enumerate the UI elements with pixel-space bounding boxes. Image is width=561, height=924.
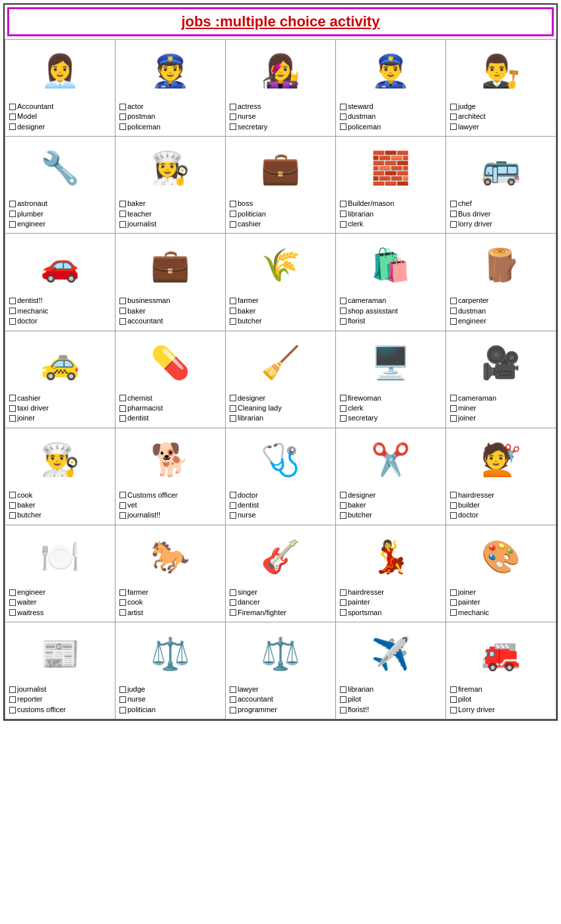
checkbox[interactable] [340, 415, 346, 422]
checkbox[interactable] [450, 589, 457, 596]
checkbox[interactable] [450, 707, 457, 713]
checkbox[interactable] [119, 221, 126, 228]
checkbox[interactable] [119, 211, 126, 217]
checkbox[interactable] [340, 502, 346, 509]
checkbox[interactable] [230, 707, 236, 713]
checkbox[interactable] [9, 502, 16, 509]
checkbox[interactable] [119, 686, 126, 693]
checkbox[interactable] [230, 502, 236, 509]
checkbox[interactable] [230, 492, 236, 498]
checkbox[interactable] [340, 686, 346, 693]
checkbox[interactable] [9, 696, 16, 703]
checkbox[interactable] [9, 686, 16, 693]
checkbox[interactable] [119, 123, 126, 130]
checkbox[interactable] [9, 599, 16, 606]
checkbox[interactable] [230, 201, 236, 207]
checkbox[interactable] [450, 298, 457, 304]
checkbox[interactable] [230, 123, 236, 130]
checkbox[interactable] [450, 405, 457, 412]
checkbox[interactable] [340, 211, 346, 217]
checkbox[interactable] [9, 415, 16, 422]
checkbox[interactable] [340, 123, 346, 130]
checkbox[interactable] [9, 589, 16, 596]
checkbox[interactable] [450, 492, 457, 498]
checkbox[interactable] [340, 492, 346, 498]
checkbox[interactable] [119, 492, 126, 498]
checkbox[interactable] [340, 114, 346, 120]
checkbox[interactable] [230, 589, 236, 596]
checkbox[interactable] [450, 395, 457, 401]
checkbox[interactable] [119, 696, 126, 703]
checkbox[interactable] [340, 395, 346, 401]
checkbox[interactable] [9, 318, 16, 325]
checkbox[interactable] [9, 707, 16, 713]
checkbox[interactable] [9, 609, 16, 616]
checkbox[interactable] [230, 211, 236, 217]
checkbox[interactable] [9, 405, 16, 412]
checkbox[interactable] [9, 298, 16, 304]
checkbox[interactable] [450, 221, 457, 228]
checkbox[interactable] [230, 104, 236, 110]
checkbox[interactable] [450, 686, 457, 693]
checkbox[interactable] [340, 104, 346, 110]
checkbox[interactable] [230, 405, 236, 412]
checkbox[interactable] [119, 201, 126, 207]
checkbox[interactable] [230, 686, 236, 693]
checkbox[interactable] [230, 308, 236, 314]
checkbox[interactable] [230, 114, 236, 120]
checkbox[interactable] [9, 512, 16, 519]
checkbox[interactable] [119, 298, 126, 304]
checkbox[interactable] [9, 104, 16, 110]
checkbox[interactable] [340, 308, 346, 314]
checkbox[interactable] [230, 512, 236, 519]
checkbox[interactable] [340, 298, 346, 304]
checkbox[interactable] [119, 609, 126, 616]
checkbox[interactable] [340, 599, 346, 606]
checkbox[interactable] [119, 104, 126, 110]
checkbox[interactable] [119, 318, 126, 325]
checkbox[interactable] [340, 318, 346, 325]
checkbox[interactable] [9, 211, 16, 217]
checkbox[interactable] [340, 221, 346, 228]
checkbox[interactable] [119, 415, 126, 422]
checkbox[interactable] [340, 201, 346, 207]
checkbox[interactable] [450, 211, 457, 217]
checkbox[interactable] [450, 123, 457, 130]
checkbox[interactable] [340, 512, 346, 519]
checkbox[interactable] [450, 104, 457, 110]
checkbox[interactable] [9, 492, 16, 498]
checkbox[interactable] [230, 609, 236, 616]
checkbox[interactable] [230, 298, 236, 304]
checkbox[interactable] [450, 308, 457, 314]
checkbox[interactable] [9, 308, 16, 314]
checkbox[interactable] [119, 589, 126, 596]
checkbox[interactable] [119, 707, 126, 713]
checkbox[interactable] [450, 114, 457, 120]
checkbox[interactable] [230, 318, 236, 325]
checkbox[interactable] [450, 696, 457, 703]
checkbox[interactable] [450, 201, 457, 207]
checkbox[interactable] [119, 114, 126, 120]
checkbox[interactable] [450, 609, 457, 616]
checkbox[interactable] [230, 415, 236, 422]
checkbox[interactable] [9, 201, 16, 207]
checkbox[interactable] [230, 696, 236, 703]
checkbox[interactable] [450, 512, 457, 519]
checkbox[interactable] [119, 502, 126, 509]
checkbox[interactable] [9, 123, 16, 130]
checkbox[interactable] [340, 589, 346, 596]
checkbox[interactable] [450, 318, 457, 325]
checkbox[interactable] [230, 221, 236, 228]
checkbox[interactable] [9, 114, 16, 120]
checkbox[interactable] [119, 405, 126, 412]
checkbox[interactable] [450, 502, 457, 509]
checkbox[interactable] [119, 599, 126, 606]
checkbox[interactable] [119, 512, 126, 519]
checkbox[interactable] [9, 221, 16, 228]
checkbox[interactable] [119, 308, 126, 314]
checkbox[interactable] [119, 395, 126, 401]
checkbox[interactable] [450, 415, 457, 422]
checkbox[interactable] [450, 599, 457, 606]
checkbox[interactable] [340, 405, 346, 412]
checkbox[interactable] [230, 395, 236, 401]
